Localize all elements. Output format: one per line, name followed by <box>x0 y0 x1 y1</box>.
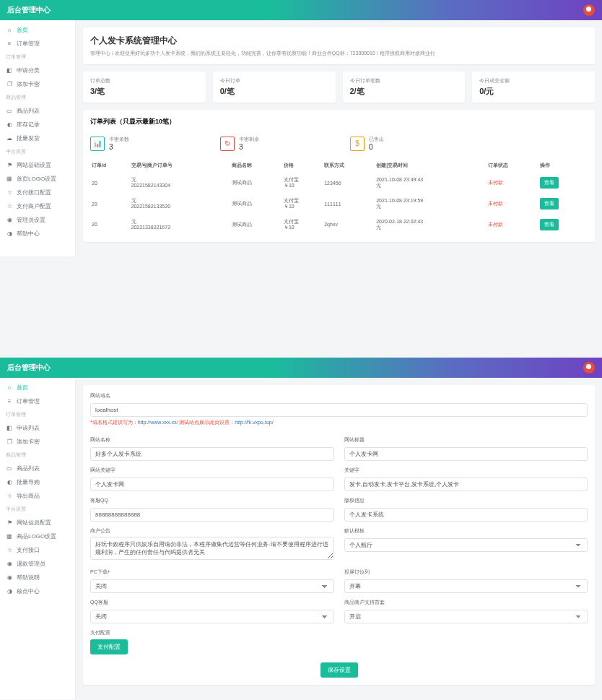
sidebar-item-product-list[interactable]: ▭商品列表 <box>0 104 75 118</box>
sidebar-item-help[interactable]: ◑帮助中心 <box>0 227 75 241</box>
keywords-label: 网站关键字 <box>90 467 334 474</box>
add-card-icon: ❐ <box>6 438 13 446</box>
pay-config-button[interactable]: 支付配置 <box>90 639 128 654</box>
summary-label: 卡密条数 <box>109 136 129 143</box>
sidebar-item-list[interactable]: ◧申请列表 <box>0 421 75 435</box>
sidebar-item-label: 管理员设置 <box>17 216 45 224</box>
cell-time: 2021-10-08 23:49:43无 <box>375 173 487 194</box>
sidebar-item-label: 首页 <box>17 26 28 34</box>
sidebar-item-label: 帮助中心 <box>17 230 40 238</box>
template-select[interactable]: 个人航行 <box>344 538 588 552</box>
sidebar-item-batch-guide[interactable]: ◐批量导购 <box>0 475 75 489</box>
home-icon: ⌂ <box>6 27 13 34</box>
table-header: 创建|交易时间 <box>375 158 487 173</box>
merchant-config-icon: ☆ <box>6 203 13 210</box>
sidebar-item-refund-admin[interactable]: ◉退款管理员 <box>0 557 75 571</box>
qq-kefu-select[interactable]: 关闭 <box>90 610 334 623</box>
sidebar-item-label: 申请分类 <box>17 66 40 74</box>
table-header: 交易号|商户订单号 <box>130 158 230 173</box>
add-card-icon: ❐ <box>6 81 13 88</box>
refund-admin-icon: ◉ <box>6 561 13 568</box>
sidebar-item-merchant-config[interactable]: ☆支付商户配置 <box>0 199 75 213</box>
keywords2-label: 关键字 <box>344 467 588 474</box>
top-bar: 后台管理中心 <box>0 358 602 378</box>
sidebar-item-category[interactable]: ◧申请分类 <box>0 64 75 77</box>
site-title-input[interactable] <box>344 447 588 461</box>
qq-label: 客服QQ <box>90 497 334 504</box>
sidebar-item-label: 网站信息配置 <box>17 519 51 527</box>
sidebar-item-logo-config[interactable]: ▦首页LOGO设置 <box>0 172 75 186</box>
sidebar-item-add-card[interactable]: ❐添加卡密 <box>0 77 75 91</box>
sidebar-item-pay-api[interactable]: ☆支付接口 <box>0 543 75 557</box>
avatar-icon[interactable] <box>583 362 595 373</box>
top-bar: 后台管理中心 <box>0 0 602 20</box>
summary-value: 3 <box>109 143 129 151</box>
wap-tpl-select[interactable]: 开幕 <box>344 579 588 593</box>
pc-tpl-label: PC下载+ <box>90 569 334 576</box>
list-title: 订单列表（只显示最新10笔） <box>90 117 588 126</box>
sidebar-item-site-info[interactable]: ⚑网站信息配置 <box>0 516 75 530</box>
stat-value: 3/笔 <box>90 86 199 97</box>
home-icon: ⌂ <box>6 384 13 392</box>
sidebar-item-label: 商品列表 <box>17 107 40 115</box>
sidebar-item-stock[interactable]: ◐库存记录 <box>0 118 75 131</box>
stat-label: 今日订单笔数 <box>350 77 458 85</box>
product-list-icon: ▭ <box>6 108 13 115</box>
summary-icon: ↻ <box>220 137 235 151</box>
sidebar-item-label: 核点中心 <box>17 587 40 595</box>
sidebar-group-header: 订单管理 <box>0 51 75 64</box>
wap-tpl-label: 投屏订位列 <box>344 569 588 576</box>
sidebar-item-orders[interactable]: ≡订单管理 <box>0 394 75 408</box>
help-desc-icon: ◉ <box>6 574 13 582</box>
list-icon: ◧ <box>6 425 13 432</box>
keywords-input[interactable] <box>90 478 334 491</box>
avatar-icon[interactable] <box>583 4 595 16</box>
table-header: 订单状态 <box>487 158 538 173</box>
pay-api-icon: ☆ <box>6 547 13 554</box>
view-button[interactable]: 查看 <box>540 177 559 189</box>
stock-icon: ◐ <box>6 121 13 129</box>
sidebar-item-help-desc[interactable]: ◉帮助说明 <box>0 571 75 584</box>
domain-input[interactable] <box>90 403 588 417</box>
sidebar-item-admin-config[interactable]: ◉管理员设置 <box>0 213 75 227</box>
keywords2-input[interactable] <box>344 478 588 491</box>
pc-tpl-select[interactable]: 关闭 <box>90 579 334 593</box>
app-title: 后台管理中心 <box>7 5 51 15</box>
sidebar-item-home[interactable]: ⌂首页 <box>0 23 75 37</box>
domain-label: 网站域名 <box>90 392 588 399</box>
sidebar-item-center[interactable]: ◑核点中心 <box>0 584 75 598</box>
sidebar-item-pay-config[interactable]: ☆支付接口配置 <box>0 186 75 199</box>
copyright-input[interactable] <box>344 508 588 522</box>
sidebar-item-label: 添加卡密 <box>17 438 40 446</box>
index-switch-select[interactable]: 开启 <box>344 610 588 623</box>
sidebar-group-header: 平台设置 <box>0 145 75 158</box>
site-name-input[interactable] <box>90 447 334 461</box>
view-button[interactable]: 查看 <box>540 219 559 230</box>
stat-value: 0/笔 <box>220 86 328 97</box>
sidebar-item-label: 导出商品 <box>17 492 40 500</box>
sidebar-item-site-config[interactable]: ⚑网站基础设置 <box>0 158 75 172</box>
sidebar-item-label: 支付接口配置 <box>17 189 51 196</box>
sidebar-item-product-logo[interactable]: ▦商品LOGO设置 <box>0 530 75 543</box>
sidebar-item-label: 支付接口 <box>17 546 40 554</box>
sidebar-item-home[interactable]: ⌂首页 <box>0 381 75 394</box>
sidebar-item-product-list[interactable]: ▭商品列表 <box>0 462 75 475</box>
sidebar-item-label: 支付商户配置 <box>17 202 51 210</box>
view-button[interactable]: 查看 <box>540 198 559 209</box>
table-row: 20无20221582143304测试商品支付宝￥101234562021-10… <box>90 173 588 194</box>
announce-textarea[interactable] <box>90 537 334 560</box>
cell-time: 2020-02-18 22:02:43无 <box>375 215 487 236</box>
pay-config-label: 支付配置 <box>90 629 588 636</box>
submit-button[interactable]: 保存设置 <box>320 662 358 678</box>
site-info-icon: ⚑ <box>6 519 13 527</box>
cell-status: 未付款 <box>487 173 538 194</box>
product-logo-icon: ▦ <box>6 533 13 540</box>
orders-icon: ≡ <box>6 398 13 405</box>
sidebar-item-export[interactable]: ☆导出商品 <box>0 489 75 503</box>
sidebar-item-batch[interactable]: ☁批量发货 <box>0 131 75 145</box>
sidebar-item-orders[interactable]: ≡订单管理 <box>0 37 75 51</box>
admin-config-icon: ◉ <box>6 217 13 224</box>
sidebar-item-label: 批量发货 <box>17 134 40 142</box>
qq-input[interactable] <box>90 508 334 522</box>
sidebar-item-add-card[interactable]: ❐添加卡密 <box>0 435 75 449</box>
